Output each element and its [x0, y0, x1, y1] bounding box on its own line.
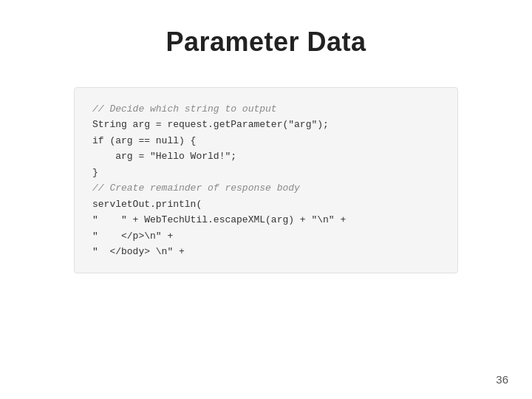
- slide-container: Parameter Data // Decide which string to…: [0, 0, 532, 399]
- code-line: if (arg == null) {: [92, 133, 440, 149]
- code-block: // Decide which string to outputString a…: [74, 87, 458, 273]
- code-line: arg = "Hello World!";: [92, 149, 440, 164]
- page-number: 36: [496, 373, 508, 386]
- code-line: " </p>\n" +: [92, 228, 440, 244]
- code-line: }: [92, 165, 440, 180]
- code-line: String arg = request.getParameter("arg")…: [92, 117, 440, 132]
- code-line: " " + WebTechUtil.escapeXML(arg) + "\n" …: [92, 212, 440, 228]
- code-line: servletOut.println(: [92, 197, 440, 212]
- code-line: // Decide which string to output: [92, 101, 440, 117]
- slide-title: Parameter Data: [166, 27, 366, 58]
- code-line: // Create remainder of response body: [92, 180, 440, 196]
- code-line: " </body> \n" +: [92, 244, 440, 259]
